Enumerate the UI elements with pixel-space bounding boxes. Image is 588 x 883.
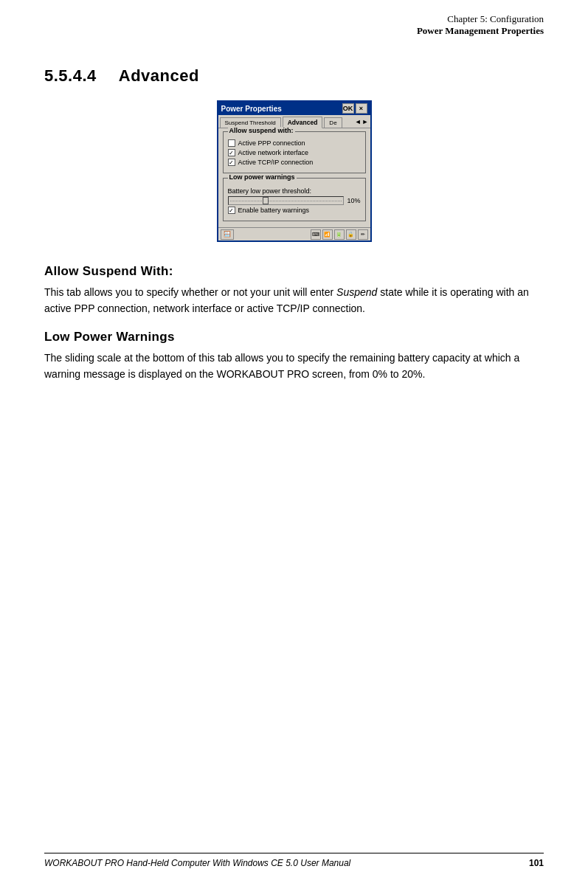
taskbar-icon-2: 📶 xyxy=(322,229,333,240)
taskbar-icons: ⌨ 📶 🔋 🔒 ✏ xyxy=(311,229,368,240)
dialog-titlebar: Power Properties OK × xyxy=(218,102,370,115)
checkbox-ppp-label: Active PPP connection xyxy=(238,139,305,147)
slider-container: 10% xyxy=(228,196,361,205)
dialog-title-buttons: OK × xyxy=(342,103,367,114)
header-chapter: Chapter 5: Configuration xyxy=(44,13,544,25)
section-title: Advanced xyxy=(119,66,199,85)
checkbox-network-box[interactable] xyxy=(228,149,235,156)
tab-suspend-threshold[interactable]: Suspend Threshold xyxy=(220,117,281,128)
slider-track[interactable] xyxy=(228,196,345,205)
tab-nav-arrows[interactable]: ◄ ► xyxy=(355,118,369,125)
section-heading: 5.5.4.4Advanced xyxy=(44,66,544,86)
checkbox-tcpip-label: Active TCP/IP connection xyxy=(238,159,314,166)
slider-dots-line xyxy=(230,201,342,201)
low-power-section: Low Power Warnings The sliding scale at … xyxy=(44,330,544,382)
footer-text: WORKABOUT PRO Hand-Held Computer With Wi… xyxy=(44,858,350,868)
allow-suspend-group: Allow suspend with: Active PPP connectio… xyxy=(223,131,366,173)
footer-page-number: 101 xyxy=(529,858,544,868)
section-number: 5.5.4.4 xyxy=(44,66,97,85)
dialog-close-button[interactable]: × xyxy=(356,103,367,114)
taskbar-icon-5: ✏ xyxy=(358,229,368,240)
checkbox-tcpip[interactable]: Active TCP/IP connection xyxy=(228,159,361,166)
allow-suspend-title: Allow Suspend With: xyxy=(44,264,544,279)
checkbox-tcpip-box[interactable] xyxy=(228,159,235,166)
dialog-ok-button[interactable]: OK xyxy=(342,103,354,114)
page-container: Chapter 5: Configuration Power Managemen… xyxy=(0,0,588,883)
checkbox-enable-battery[interactable]: Enable battery warnings xyxy=(228,207,361,214)
taskbar-icon-1: ⌨ xyxy=(311,229,321,240)
dialog-content: Allow suspend with: Active PPP connectio… xyxy=(218,128,370,227)
allow-suspend-italic: Suspend xyxy=(336,286,377,298)
checkbox-network[interactable]: Active network interface xyxy=(228,149,361,156)
low-power-group: Low power warnings Battery low power thr… xyxy=(223,178,366,221)
taskbar-start-button[interactable]: 🪟 xyxy=(221,229,234,240)
dialog-box: Power Properties OK × Suspend Threshold … xyxy=(217,100,372,242)
checkbox-network-label: Active network interface xyxy=(238,149,309,156)
start-icon: 🪟 xyxy=(224,231,231,238)
arrow-right-icon: ► xyxy=(362,118,369,125)
allow-suspend-body: This tab allows you to specify whether o… xyxy=(44,285,544,316)
allow-suspend-label: Allow suspend with: xyxy=(228,127,295,134)
checkbox-enable-battery-label: Enable battery warnings xyxy=(238,207,310,214)
checkbox-ppp-box[interactable] xyxy=(228,139,235,147)
threshold-label: Battery low power threshold: xyxy=(228,187,361,195)
taskbar-icon-3: 🔋 xyxy=(334,229,345,240)
slider-dots xyxy=(229,201,344,201)
checkbox-enable-battery-box[interactable] xyxy=(228,207,235,214)
low-power-title: Low Power Warnings xyxy=(44,330,544,344)
slider-thumb[interactable] xyxy=(263,197,269,204)
header-section: Power Management Properties xyxy=(44,25,544,37)
page-header: Chapter 5: Configuration Power Managemen… xyxy=(44,0,544,44)
taskbar-icon-4: 🔒 xyxy=(346,229,356,240)
dialog-title-text: Power Properties xyxy=(221,105,282,113)
arrow-left-icon: ◄ xyxy=(355,118,362,125)
checkbox-ppp[interactable]: Active PPP connection xyxy=(228,139,361,147)
low-power-label: Low power warnings xyxy=(228,173,297,181)
dialog-taskbar: 🪟 ⌨ 📶 🔋 🔒 ✏ xyxy=(218,227,370,240)
allow-suspend-section: Allow Suspend With: This tab allows you … xyxy=(44,264,544,316)
tab-de[interactable]: De xyxy=(324,117,342,128)
allow-suspend-body-pre: This tab allows you to specify whether o… xyxy=(44,286,336,298)
low-power-body: The sliding scale at the bottom of this … xyxy=(44,350,544,382)
slider-percent: 10% xyxy=(347,197,360,204)
page-footer: WORKABOUT PRO Hand-Held Computer With Wi… xyxy=(44,853,544,868)
screenshot-container: Power Properties OK × Suspend Threshold … xyxy=(44,100,544,242)
